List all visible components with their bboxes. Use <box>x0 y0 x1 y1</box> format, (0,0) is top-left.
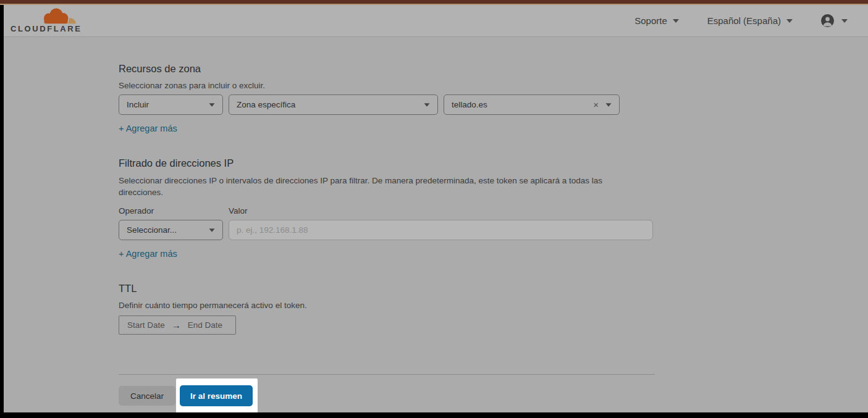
operator-value: Seleccionar... <box>127 225 177 235</box>
support-menu[interactable]: Soporte <box>634 15 679 26</box>
chevron-down-icon <box>209 228 215 232</box>
zone-value: tellado.es <box>452 100 487 109</box>
chevron-down-icon <box>209 103 215 106</box>
zone-resources-row: Incluir Zona específica tellado.es × <box>119 94 868 115</box>
zone-type-select[interactable]: Zona específica <box>229 94 438 115</box>
operator-label: Operador <box>119 206 229 215</box>
cloudflare-logo[interactable]: CLOUDFLARE <box>11 7 78 35</box>
tutorial-highlight-box: Ir al resumen <box>176 378 258 413</box>
chevron-down-icon <box>673 19 679 23</box>
screen-edge-left <box>0 5 4 412</box>
ip-field-labels: Operador Valor <box>119 206 868 215</box>
operator-select[interactable]: Seleccionar... <box>119 220 223 240</box>
header-menu: Soporte Español (España) <box>634 14 848 27</box>
ip-filtering-subtitle: Seleccionar direcciones IP o intervalos … <box>119 175 641 198</box>
cloudflare-cloud-icon <box>43 8 76 25</box>
ttl-subtitle: Definir cuánto tiempo permanecerá activo… <box>119 300 868 311</box>
screen-edge-bottom <box>0 412 868 418</box>
ip-filtering-title: Filtrado de direcciones IP <box>119 157 868 169</box>
chevron-down-icon <box>424 103 430 106</box>
header: CLOUDFLARE Soporte Español (España) <box>0 5 868 37</box>
zone-resources-section: Recursos de zona Seleccionar zonas para … <box>119 63 868 134</box>
go-to-summary-button[interactable]: Ir al resumen <box>180 385 253 406</box>
ip-value-input[interactable] <box>229 220 653 240</box>
arrow-right-icon: → <box>172 320 181 330</box>
clear-selection-icon[interactable]: × <box>593 100 599 109</box>
chevron-down-icon <box>841 19 848 23</box>
zone-include-value: Incluir <box>127 100 149 109</box>
zone-include-select[interactable]: Incluir <box>119 94 223 115</box>
support-menu-label: Soporte <box>634 15 667 26</box>
ttl-title: TTL <box>119 283 868 294</box>
cloudflare-wordmark: CLOUDFLARE <box>11 24 82 33</box>
avatar-icon <box>821 14 834 27</box>
start-date-field[interactable]: Start Date <box>127 320 165 330</box>
language-menu-label: Español (España) <box>707 15 781 26</box>
chevron-down-icon <box>606 103 612 106</box>
zone-type-value: Zona específica <box>237 100 295 109</box>
footer-divider <box>119 374 655 375</box>
account-menu[interactable] <box>821 14 848 27</box>
cancel-button[interactable]: Cancelar <box>119 386 175 406</box>
form-actions: Cancelar Ir al resumen <box>119 378 868 413</box>
ttl-date-range[interactable]: Start Date → End Date <box>119 316 236 335</box>
end-date-field[interactable]: End Date <box>188 320 222 330</box>
ip-fields-row: Seleccionar... <box>119 220 868 240</box>
value-label: Valor <box>229 206 339 215</box>
zone-resources-subtitle: Seleccionar zonas para incluir o excluir… <box>119 80 868 91</box>
language-menu[interactable]: Español (España) <box>707 15 793 26</box>
zone-add-more-link[interactable]: + Agregar más <box>119 123 177 133</box>
chevron-down-icon <box>786 19 793 23</box>
token-form: Recursos de zona Seleccionar zonas para … <box>0 37 868 413</box>
ip-filtering-section: Filtrado de direcciones IP Seleccionar d… <box>119 157 868 259</box>
ttl-section: TTL Definir cuánto tiempo permanecerá ac… <box>119 283 868 335</box>
zone-value-select[interactable]: tellado.es × <box>444 94 620 115</box>
ip-add-more-link[interactable]: + Agregar más <box>119 249 177 259</box>
screen: CLOUDFLARE Soporte Español (España) <box>0 0 868 418</box>
zone-resources-title: Recursos de zona <box>119 63 868 74</box>
